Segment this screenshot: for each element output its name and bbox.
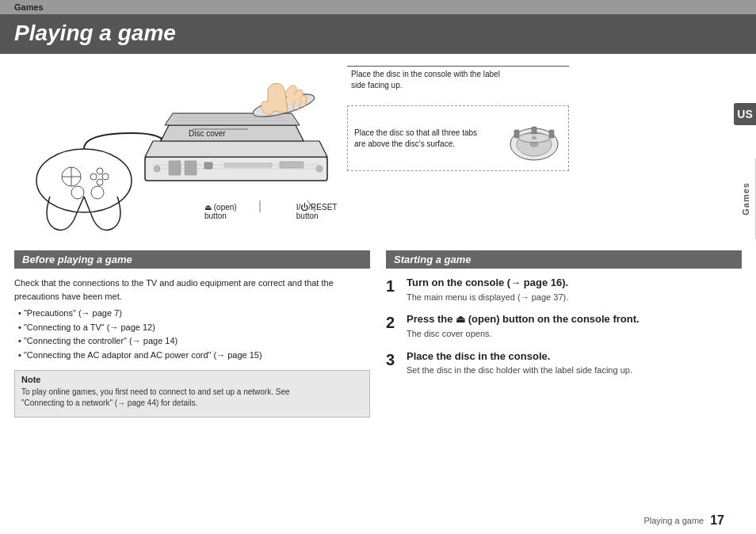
open-button-label: ⏏ (open) button bbox=[204, 203, 249, 220]
step-2: 2 Press the ⏏ (open) button on the conso… bbox=[386, 313, 742, 340]
step-1-title: Turn on the console (→ page 16). bbox=[407, 277, 568, 290]
console-illustration: Disc cover ⏏ (open) button I/⏻/RESET but… bbox=[14, 62, 347, 236]
note-box: Note To play online games, you first nee… bbox=[14, 370, 370, 418]
step-1-number: 1 bbox=[386, 277, 400, 296]
svg-rect-19 bbox=[224, 163, 272, 167]
svg-point-9 bbox=[91, 186, 104, 199]
step-2-content: Press the ⏏ (open) button on the console… bbox=[407, 313, 640, 340]
step-1: 1 Turn on the console (→ page 16). The m… bbox=[386, 277, 742, 303]
before-intro: Check that the connections to the TV and… bbox=[14, 277, 370, 303]
starting-section-header: Starting a game bbox=[386, 250, 742, 269]
svg-point-16 bbox=[316, 166, 323, 172]
main-content: Before playing a game Check that the con… bbox=[0, 250, 756, 418]
step-3-desc: Set the disc in the disc holder with the… bbox=[407, 364, 632, 376]
starting-section: Starting a game 1 Turn on the console (→… bbox=[386, 250, 742, 418]
category-label: Games bbox=[14, 2, 44, 12]
list-item: "Connecting to a TV" (→ page 12) bbox=[18, 321, 370, 335]
step-3-number: 3 bbox=[386, 350, 400, 369]
before-section-header: Before playing a game bbox=[14, 250, 370, 269]
svg-rect-21 bbox=[204, 162, 212, 169]
diagram-area: Disc cover ⏏ (open) button I/⏻/RESET but… bbox=[0, 54, 756, 244]
step-2-number: 2 bbox=[386, 313, 400, 332]
note-text: To play online games, you first need to … bbox=[21, 387, 363, 409]
svg-point-15 bbox=[154, 166, 160, 172]
svg-rect-17 bbox=[169, 161, 181, 175]
page-number: 17 bbox=[710, 513, 724, 528]
note-label: Note bbox=[21, 375, 363, 384]
svg-point-8 bbox=[71, 186, 84, 199]
svg-point-7 bbox=[97, 179, 103, 185]
reset-button-label: I/⏻/RESET button bbox=[296, 203, 347, 220]
step-3: 3 Place the disc in the console. Set the… bbox=[386, 350, 742, 377]
before-section: Before playing a game Check that the con… bbox=[14, 250, 370, 418]
disc-label-note: Place the disc in the console with the l… bbox=[347, 69, 569, 91]
footer-label: Playing a game bbox=[643, 516, 704, 525]
list-item: "Precautions" (→ page 7) bbox=[18, 307, 370, 321]
step-2-title: Press the ⏏ (open) button on the console… bbox=[407, 313, 640, 326]
ps2-console bbox=[145, 113, 327, 181]
disc-tabs-note: Place the disc so that all three tabs ar… bbox=[354, 128, 500, 150]
step-2-desc: The disc cover opens. bbox=[407, 328, 640, 340]
list-item: "Connecting the controller" (→ page 14) bbox=[18, 334, 370, 349]
step-1-desc: The main menu is displayed (→ page 37). bbox=[407, 292, 568, 303]
svg-point-36 bbox=[532, 137, 536, 139]
svg-point-5 bbox=[102, 174, 109, 180]
svg-rect-20 bbox=[280, 162, 304, 168]
svg-point-4 bbox=[97, 168, 103, 174]
svg-point-0 bbox=[36, 149, 132, 212]
title-bar: Playing a game bbox=[0, 14, 756, 54]
step-3-content: Place the disc in the console. Set the d… bbox=[407, 350, 632, 377]
svg-point-6 bbox=[90, 174, 97, 180]
step-3-title: Place the disc in the console. bbox=[407, 350, 632, 364]
footer: Playing a game 17 bbox=[643, 513, 724, 528]
button-labels-area: ⏏ (open) button I/⏻/RESET button bbox=[204, 203, 347, 220]
step-1-content: Turn on the console (→ page 16). The mai… bbox=[407, 277, 568, 303]
disc-tabs-illustration bbox=[506, 113, 562, 164]
svg-rect-18 bbox=[185, 161, 197, 175]
page-title: Playing a game bbox=[14, 21, 742, 46]
before-list: "Precautions" (→ page 7) "Connecting to … bbox=[18, 307, 370, 362]
right-annotations: Place the disc in the console with the l… bbox=[347, 62, 569, 244]
category-bar: Games bbox=[0, 0, 756, 14]
disc-tabs-box: Place the disc so that all three tabs ar… bbox=[347, 105, 569, 171]
disc-cover-label: Disc cover bbox=[189, 129, 226, 138]
list-item: "Connecting the AC adaptor and AC power … bbox=[18, 349, 370, 363]
